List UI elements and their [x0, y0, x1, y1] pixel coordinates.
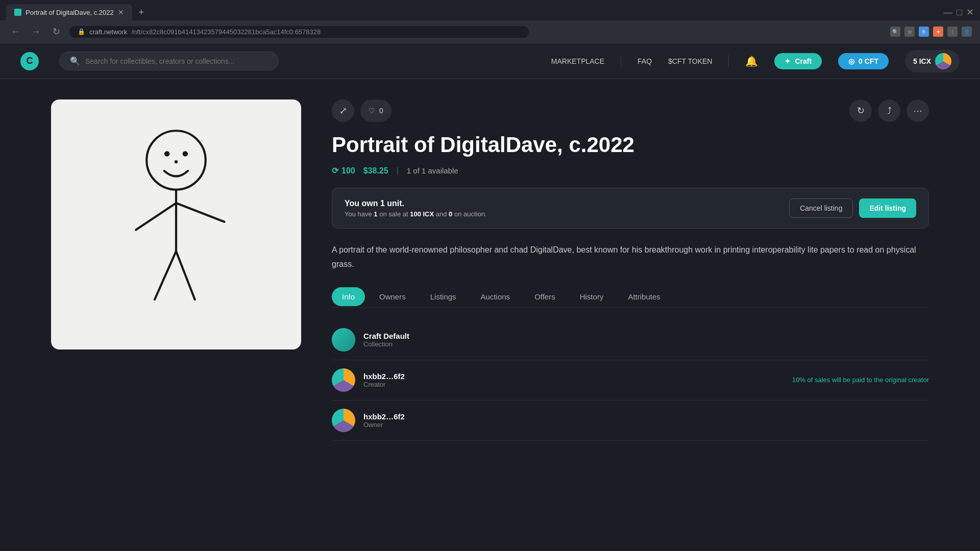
url-bar[interactable]: 🔒 craft.network /nft/cx82c8c091b41413423…: [69, 26, 529, 38]
cft-balance-button[interactable]: ◎ 0 CFT: [838, 53, 889, 69]
own-heading: You own 1 unit.: [345, 199, 487, 208]
nft-title: Portrait of DigitalDave, c.2022: [332, 132, 929, 158]
app: C 🔍 MARKETPLACE FAQ $CFT TOKEN 🔔 ✦ Craft…: [0, 43, 980, 551]
cft-icon: ◎: [848, 57, 854, 65]
extensions-area: 🔍 ☆ h ✦ ⋮ 👤: [890, 27, 972, 37]
meta-divider: |: [397, 166, 399, 176]
search-icon: 🔍: [70, 56, 80, 66]
notification-bell[interactable]: 🔔: [745, 55, 758, 67]
browser-tab[interactable]: Portrait of DigitalDave, c.2022 ✕: [6, 4, 132, 20]
tab-history[interactable]: History: [570, 287, 614, 306]
tab-owners[interactable]: Owners: [369, 287, 416, 306]
nav-scft-token[interactable]: $CFT TOKEN: [668, 57, 712, 65]
nft-price: $38.25: [363, 166, 388, 176]
tab-offers[interactable]: Offers: [524, 287, 566, 306]
tab-info[interactable]: Info: [332, 287, 365, 306]
svg-point-2: [183, 151, 188, 157]
creator-avatar: [332, 368, 355, 392]
like-button[interactable]: ♡ 0: [360, 99, 391, 122]
own-text: You own 1 unit. You have 1 on sale at 10…: [345, 199, 487, 218]
craft-icon: ✦: [785, 57, 791, 65]
new-tab-button[interactable]: +: [134, 5, 149, 19]
nft-count: ⟳ 100: [332, 166, 355, 176]
window-maximize[interactable]: □: [957, 7, 962, 18]
tab-listings[interactable]: Listings: [420, 287, 467, 306]
icx-label: 5 ICX: [913, 57, 931, 65]
craft-label: Craft: [795, 57, 812, 65]
nav-links: MARKETPLACE FAQ $CFT TOKEN 🔔 ✦ Craft ◎ 0…: [551, 50, 960, 72]
tab-close-button[interactable]: ✕: [118, 8, 124, 16]
nav-divider-2: [728, 55, 729, 67]
like-count: 0: [379, 107, 383, 115]
svg-line-8: [176, 252, 195, 300]
svg-line-7: [155, 252, 176, 300]
main-content: ⤢ ♡ 0 ↻ ⤴ ⋯ Portrait of DigitalDave, c.2…: [0, 79, 980, 551]
ownership-notice: You own 1 unit. You have 1 on sale at 10…: [332, 188, 929, 229]
url-domain: craft.network: [89, 28, 127, 36]
creator-details: hxbb2…6f2 Creator: [363, 372, 784, 388]
collection-row[interactable]: Craft Default Collection: [332, 320, 929, 360]
heart-icon: ♡: [369, 107, 375, 115]
icx-badge[interactable]: 5 ICX: [905, 50, 960, 72]
expand-button[interactable]: ⤢: [332, 99, 354, 122]
user-avatar: [935, 53, 951, 69]
action-bar-top: ⤢ ♡ 0 ↻ ⤴ ⋯: [332, 99, 929, 122]
url-path: /nft/cx82c8c091b41413423579445032281bca5…: [131, 28, 321, 36]
right-actions: ↻ ⤴ ⋯: [849, 99, 929, 122]
browser-chrome: Portrait of DigitalDave, c.2022 ✕ + — □ …: [0, 0, 980, 43]
extension-1[interactable]: h: [919, 27, 929, 37]
nav-marketplace[interactable]: MARKETPLACE: [551, 57, 604, 65]
refresh-nft-button[interactable]: ↻: [849, 99, 872, 122]
tab-bar: Portrait of DigitalDave, c.2022 ✕ + — □ …: [0, 0, 980, 20]
back-button[interactable]: ←: [8, 24, 22, 39]
creator-label: Creator: [363, 381, 784, 388]
extensions-menu[interactable]: ⋮: [947, 27, 958, 37]
tab-title: Portrait of DigitalDave, c.2022: [26, 9, 114, 16]
edit-listing-button[interactable]: Edit listing: [859, 198, 916, 218]
own-actions: Cancel listing Edit listing: [789, 198, 916, 218]
owner-name: hxbb2…6f2: [363, 412, 929, 421]
refresh-button[interactable]: ↻: [49, 24, 63, 39]
owner-row[interactable]: hxbb2…6f2 Owner: [332, 400, 929, 441]
extension-2[interactable]: ✦: [933, 27, 943, 37]
nft-meta: ⟳ 100 $38.25 | 1 of 1 available: [332, 166, 929, 176]
collection-label: Collection: [363, 340, 929, 348]
nft-artwork: [84, 117, 268, 332]
nft-image-container: [51, 99, 301, 349]
cancel-listing-button[interactable]: Cancel listing: [789, 198, 853, 218]
share-button[interactable]: ⤴: [878, 99, 900, 122]
more-options-button[interactable]: ⋯: [906, 99, 929, 122]
logo[interactable]: C: [20, 52, 39, 70]
window-minimize[interactable]: —: [943, 7, 952, 18]
logo-icon: C: [20, 52, 39, 70]
creator-row[interactable]: hxbb2…6f2 Creator 10% of sales will be p…: [332, 360, 929, 400]
nft-description: A portrait of the world-renowned philoso…: [332, 243, 929, 270]
extension-bookmark[interactable]: ☆: [904, 27, 915, 37]
right-panel: ⤢ ♡ 0 ↻ ⤴ ⋯ Portrait of DigitalDave, c.2…: [332, 99, 929, 531]
search-bar[interactable]: 🔍: [59, 52, 279, 70]
nav-divider: [621, 55, 621, 67]
forward-button[interactable]: →: [29, 24, 43, 39]
creator-name: hxbb2…6f2: [363, 372, 784, 381]
owner-avatar: [332, 409, 355, 432]
copies-icon: ⟳: [332, 166, 338, 176]
nav-faq[interactable]: FAQ: [638, 57, 652, 65]
nft-availability: 1 of 1 available: [407, 166, 458, 175]
craft-button[interactable]: ✦ Craft: [774, 53, 822, 69]
search-input[interactable]: [85, 57, 268, 65]
window-close[interactable]: ✕: [966, 7, 974, 18]
svg-point-1: [164, 151, 170, 157]
profile-icon[interactable]: 👤: [962, 27, 972, 37]
owner-label: Owner: [363, 421, 929, 429]
creator-royalty-badge: 10% of sales will be paid to the origina…: [792, 376, 929, 384]
cft-label: 0 CFT: [859, 57, 878, 65]
tabs: Info Owners Listings Auctions Offers His…: [332, 287, 929, 308]
tab-auctions[interactable]: Auctions: [471, 287, 521, 306]
svg-line-6: [176, 203, 225, 222]
ssl-icon: 🔒: [78, 28, 85, 35]
extension-search[interactable]: 🔍: [890, 27, 900, 37]
svg-line-5: [136, 203, 176, 230]
left-actions: ⤢ ♡ 0: [332, 99, 391, 122]
count-value: 100: [341, 166, 355, 176]
tab-attributes[interactable]: Attributes: [618, 287, 670, 306]
